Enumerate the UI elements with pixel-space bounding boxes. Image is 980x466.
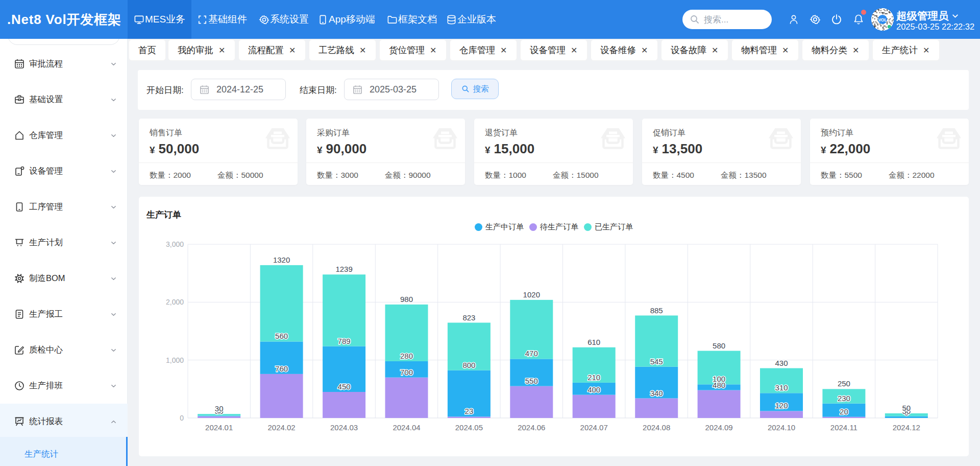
svg-text:2024.12: 2024.12 bbox=[893, 423, 920, 432]
svg-text:120: 120 bbox=[775, 401, 788, 410]
svg-text:823: 823 bbox=[462, 313, 475, 322]
svg-text:2024.08: 2024.08 bbox=[643, 423, 670, 432]
svg-text:0: 0 bbox=[180, 414, 184, 422]
svg-text:VOL: VOL bbox=[878, 18, 887, 22]
svg-text:2024.11: 2024.11 bbox=[830, 423, 857, 432]
svg-text:20: 20 bbox=[840, 407, 848, 416]
svg-text:250: 250 bbox=[838, 379, 850, 388]
svg-text:1320: 1320 bbox=[273, 255, 290, 264]
svg-text:2024.04: 2024.04 bbox=[393, 423, 420, 432]
svg-text:400: 400 bbox=[587, 385, 600, 394]
svg-text:2024.06: 2024.06 bbox=[518, 423, 545, 432]
svg-text:30: 30 bbox=[215, 404, 224, 413]
svg-text:2024.03: 2024.03 bbox=[330, 423, 358, 432]
svg-text:2024.07: 2024.07 bbox=[580, 423, 608, 432]
svg-text:789: 789 bbox=[338, 337, 351, 345]
svg-text:2024.01: 2024.01 bbox=[205, 423, 233, 432]
svg-text:545: 545 bbox=[650, 357, 663, 366]
svg-text:980: 980 bbox=[400, 295, 413, 304]
svg-text:470: 470 bbox=[525, 349, 538, 358]
svg-text:885: 885 bbox=[650, 306, 663, 315]
svg-text:700: 700 bbox=[400, 368, 413, 377]
svg-text:23: 23 bbox=[465, 407, 474, 415]
svg-text:100: 100 bbox=[713, 375, 725, 383]
svg-text:550: 550 bbox=[525, 377, 538, 385]
svg-text:580: 580 bbox=[713, 341, 725, 350]
svg-text:2024.10: 2024.10 bbox=[768, 423, 795, 432]
svg-text:760: 760 bbox=[275, 364, 288, 373]
svg-text:560: 560 bbox=[275, 332, 288, 340]
svg-text:430: 430 bbox=[775, 359, 788, 367]
svg-text:1,000: 1,000 bbox=[166, 356, 184, 364]
svg-text:2024.09: 2024.09 bbox=[705, 423, 732, 432]
svg-text:1239: 1239 bbox=[335, 265, 352, 273]
svg-text:310: 310 bbox=[775, 383, 788, 392]
svg-text:2024.02: 2024.02 bbox=[267, 423, 295, 432]
svg-text:50: 50 bbox=[902, 404, 911, 412]
svg-text:450: 450 bbox=[338, 382, 351, 391]
svg-text:230: 230 bbox=[838, 394, 850, 403]
svg-text:280: 280 bbox=[400, 352, 413, 360]
svg-text:3,000: 3,000 bbox=[166, 240, 184, 248]
svg-text:800: 800 bbox=[462, 361, 475, 369]
svg-text:2,000: 2,000 bbox=[166, 298, 184, 306]
svg-text:2024.05: 2024.05 bbox=[455, 423, 483, 432]
svg-text:1020: 1020 bbox=[523, 290, 540, 299]
svg-text:210: 210 bbox=[587, 373, 600, 382]
svg-text:610: 610 bbox=[587, 338, 600, 346]
svg-text:340: 340 bbox=[650, 389, 663, 398]
